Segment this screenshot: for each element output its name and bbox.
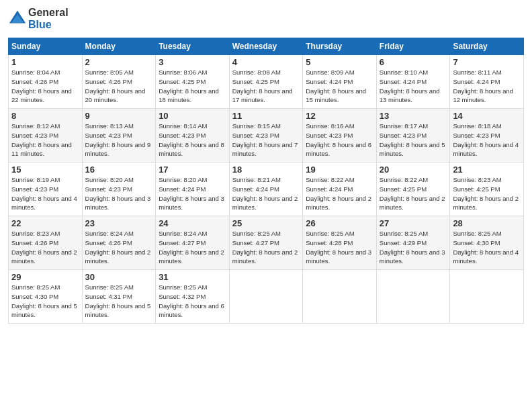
day-number: 23 xyxy=(85,218,153,228)
logo: General Blue xyxy=(8,7,69,31)
calendar-cell: 26 Sunrise: 8:25 AM Sunset: 4:28 PM Dayl… xyxy=(303,216,377,270)
calendar-cell: 1 Sunrise: 8:04 AM Sunset: 4:26 PM Dayli… xyxy=(9,55,83,109)
calendar-cell: 12 Sunrise: 8:16 AM Sunset: 4:23 PM Dayl… xyxy=(303,109,377,163)
calendar-cell: 25 Sunrise: 8:25 AM Sunset: 4:27 PM Dayl… xyxy=(229,216,303,270)
day-header: Friday xyxy=(376,38,450,55)
day-number: 24 xyxy=(159,218,226,228)
day-number: 5 xyxy=(306,57,373,67)
day-info: Sunrise: 8:24 AM Sunset: 4:27 PM Dayligh… xyxy=(159,229,226,266)
day-number: 11 xyxy=(232,111,300,121)
calendar-cell: 16 Sunrise: 8:20 AM Sunset: 4:23 PM Dayl… xyxy=(82,163,156,216)
day-info: Sunrise: 8:10 AM Sunset: 4:24 PM Dayligh… xyxy=(380,68,447,105)
day-info: Sunrise: 8:04 AM Sunset: 4:26 PM Dayligh… xyxy=(11,68,79,105)
day-number: 28 xyxy=(453,218,521,228)
day-number: 13 xyxy=(380,111,447,121)
calendar-cell: 14 Sunrise: 8:18 AM Sunset: 4:23 PM Dayl… xyxy=(450,109,524,163)
day-header: Saturday xyxy=(450,38,524,55)
day-info: Sunrise: 8:23 AM Sunset: 4:25 PM Dayligh… xyxy=(453,175,521,212)
day-info: Sunrise: 8:22 AM Sunset: 4:24 PM Dayligh… xyxy=(306,175,373,212)
day-info: Sunrise: 8:08 AM Sunset: 4:25 PM Dayligh… xyxy=(232,68,300,105)
calendar-cell: 15 Sunrise: 8:19 AM Sunset: 4:23 PM Dayl… xyxy=(9,163,83,216)
day-number: 2 xyxy=(85,57,153,67)
day-number: 7 xyxy=(453,57,521,67)
logo-icon xyxy=(8,9,27,28)
day-info: Sunrise: 8:25 AM Sunset: 4:28 PM Dayligh… xyxy=(306,229,373,266)
day-info: Sunrise: 8:16 AM Sunset: 4:23 PM Dayligh… xyxy=(306,122,373,158)
day-number: 8 xyxy=(11,111,79,121)
day-info: Sunrise: 8:25 AM Sunset: 4:29 PM Dayligh… xyxy=(380,229,447,266)
page-container: General Blue SundayMondayTuesdayWednesda… xyxy=(0,0,532,330)
day-info: Sunrise: 8:09 AM Sunset: 4:24 PM Dayligh… xyxy=(306,68,373,105)
day-info: Sunrise: 8:25 AM Sunset: 4:27 PM Dayligh… xyxy=(232,229,300,266)
day-number: 9 xyxy=(85,111,153,121)
day-number: 19 xyxy=(306,165,373,175)
day-number: 16 xyxy=(85,165,153,175)
day-number: 6 xyxy=(380,57,447,67)
calendar-cell: 24 Sunrise: 8:24 AM Sunset: 4:27 PM Dayl… xyxy=(156,216,230,270)
day-number: 12 xyxy=(306,111,373,121)
day-info: Sunrise: 8:20 AM Sunset: 4:23 PM Dayligh… xyxy=(85,175,153,212)
header: General Blue xyxy=(8,7,524,31)
day-number: 18 xyxy=(232,165,300,175)
day-number: 22 xyxy=(11,218,79,228)
day-number: 17 xyxy=(159,165,226,175)
calendar-cell: 20 Sunrise: 8:22 AM Sunset: 4:25 PM Dayl… xyxy=(376,163,450,216)
day-info: Sunrise: 8:25 AM Sunset: 4:32 PM Dayligh… xyxy=(159,283,226,320)
day-info: Sunrise: 8:20 AM Sunset: 4:24 PM Dayligh… xyxy=(159,175,226,212)
day-number: 15 xyxy=(11,165,79,175)
calendar-cell: 9 Sunrise: 8:13 AM Sunset: 4:23 PM Dayli… xyxy=(82,109,156,163)
day-number: 27 xyxy=(380,218,447,228)
calendar-cell: 8 Sunrise: 8:12 AM Sunset: 4:23 PM Dayli… xyxy=(9,109,83,163)
day-header: Thursday xyxy=(303,38,377,55)
day-info: Sunrise: 8:14 AM Sunset: 4:23 PM Dayligh… xyxy=(159,122,226,158)
day-number: 10 xyxy=(159,111,226,121)
day-header: Monday xyxy=(82,38,156,55)
calendar-cell: 5 Sunrise: 8:09 AM Sunset: 4:24 PM Dayli… xyxy=(303,55,377,109)
calendar-cell: 23 Sunrise: 8:24 AM Sunset: 4:26 PM Dayl… xyxy=(82,216,156,270)
day-info: Sunrise: 8:06 AM Sunset: 4:25 PM Dayligh… xyxy=(159,68,226,105)
calendar-cell: 31 Sunrise: 8:25 AM Sunset: 4:32 PM Dayl… xyxy=(156,270,230,324)
day-info: Sunrise: 8:23 AM Sunset: 4:26 PM Dayligh… xyxy=(11,229,79,266)
day-info: Sunrise: 8:25 AM Sunset: 4:31 PM Dayligh… xyxy=(85,283,153,320)
calendar-cell: 18 Sunrise: 8:21 AM Sunset: 4:24 PM Dayl… xyxy=(229,163,303,216)
calendar-cell: 7 Sunrise: 8:11 AM Sunset: 4:24 PM Dayli… xyxy=(450,55,524,109)
day-number: 4 xyxy=(232,57,300,67)
calendar-cell: 13 Sunrise: 8:17 AM Sunset: 4:23 PM Dayl… xyxy=(376,109,450,163)
calendar-cell: 11 Sunrise: 8:15 AM Sunset: 4:23 PM Dayl… xyxy=(229,109,303,163)
day-info: Sunrise: 8:21 AM Sunset: 4:24 PM Dayligh… xyxy=(232,175,300,212)
calendar-cell xyxy=(229,270,303,324)
day-header: Tuesday xyxy=(156,38,230,55)
day-info: Sunrise: 8:24 AM Sunset: 4:26 PM Dayligh… xyxy=(85,229,153,266)
calendar-cell: 27 Sunrise: 8:25 AM Sunset: 4:29 PM Dayl… xyxy=(376,216,450,270)
calendar-cell xyxy=(450,270,524,324)
day-info: Sunrise: 8:17 AM Sunset: 4:23 PM Dayligh… xyxy=(380,122,447,158)
calendar-cell xyxy=(376,270,450,324)
calendar-cell: 2 Sunrise: 8:05 AM Sunset: 4:26 PM Dayli… xyxy=(82,55,156,109)
day-number: 21 xyxy=(453,165,521,175)
day-info: Sunrise: 8:25 AM Sunset: 4:30 PM Dayligh… xyxy=(11,283,79,320)
calendar-cell: 4 Sunrise: 8:08 AM Sunset: 4:25 PM Dayli… xyxy=(229,55,303,109)
calendar-cell: 29 Sunrise: 8:25 AM Sunset: 4:30 PM Dayl… xyxy=(9,270,83,324)
calendar-cell: 30 Sunrise: 8:25 AM Sunset: 4:31 PM Dayl… xyxy=(82,270,156,324)
day-info: Sunrise: 8:11 AM Sunset: 4:24 PM Dayligh… xyxy=(453,68,521,105)
calendar-cell: 6 Sunrise: 8:10 AM Sunset: 4:24 PM Dayli… xyxy=(376,55,450,109)
day-number: 14 xyxy=(453,111,521,121)
day-number: 25 xyxy=(232,218,300,228)
calendar-cell: 28 Sunrise: 8:25 AM Sunset: 4:30 PM Dayl… xyxy=(450,216,524,270)
day-header: Wednesday xyxy=(229,38,303,55)
day-number: 29 xyxy=(11,272,79,282)
calendar-cell: 10 Sunrise: 8:14 AM Sunset: 4:23 PM Dayl… xyxy=(156,109,230,163)
logo-text: General Blue xyxy=(28,7,69,31)
calendar-cell xyxy=(303,270,377,324)
day-info: Sunrise: 8:18 AM Sunset: 4:23 PM Dayligh… xyxy=(453,122,521,158)
day-header: Sunday xyxy=(9,38,83,55)
day-info: Sunrise: 8:15 AM Sunset: 4:23 PM Dayligh… xyxy=(232,122,300,158)
day-number: 26 xyxy=(306,218,373,228)
calendar-table: SundayMondayTuesdayWednesdayThursdayFrid… xyxy=(8,38,524,324)
day-info: Sunrise: 8:25 AM Sunset: 4:30 PM Dayligh… xyxy=(453,229,521,266)
day-info: Sunrise: 8:19 AM Sunset: 4:23 PM Dayligh… xyxy=(11,175,79,212)
calendar-cell: 19 Sunrise: 8:22 AM Sunset: 4:24 PM Dayl… xyxy=(303,163,377,216)
day-info: Sunrise: 8:22 AM Sunset: 4:25 PM Dayligh… xyxy=(380,175,447,212)
day-info: Sunrise: 8:12 AM Sunset: 4:23 PM Dayligh… xyxy=(11,122,79,158)
day-number: 20 xyxy=(380,165,447,175)
